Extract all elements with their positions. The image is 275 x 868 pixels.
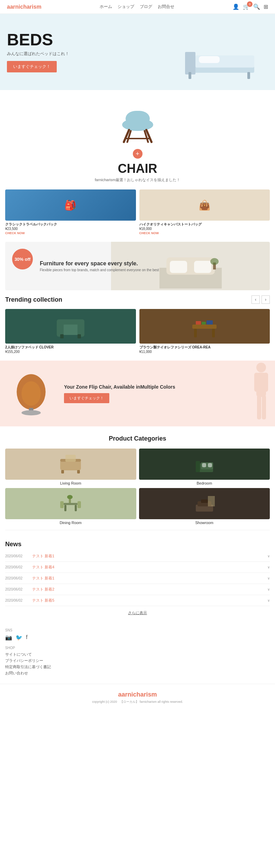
shop-link-3[interactable]: 特定商取引法に基づく書記	[5, 664, 270, 670]
main-nav: ホーム ショップ ブログ お問合せ	[100, 4, 174, 10]
shop-link-2[interactable]: プライバシーポリシー	[5, 658, 270, 663]
svg-rect-51	[64, 503, 77, 505]
chair-title: CHAIR	[0, 161, 275, 176]
svg-rect-47	[196, 461, 200, 472]
svg-point-34	[21, 410, 41, 415]
cart-wrapper: 🛒 0	[243, 3, 250, 10]
nav-shop[interactable]: ショップ	[118, 4, 134, 10]
news-date-1: 2020/06/02	[5, 554, 29, 558]
news-arrow-4[interactable]: ∨	[267, 587, 270, 591]
news-arrow-2[interactable]: ∨	[267, 565, 270, 569]
svg-point-57	[67, 495, 73, 499]
news-date-3: 2020/06/02	[5, 576, 29, 580]
more-news-link[interactable]: さらに表示	[5, 610, 270, 615]
trending-price-2: ¥11,000	[139, 350, 270, 354]
table-svg	[189, 314, 220, 338]
instagram-icon[interactable]: 📷	[5, 634, 12, 641]
news-link-2[interactable]: テスト 新着4	[32, 565, 267, 570]
category-dining-room[interactable]: Dining Room	[5, 488, 136, 525]
news-arrow-1[interactable]: ∨	[267, 554, 270, 558]
svg-rect-26	[194, 329, 197, 337]
svg-rect-4	[189, 72, 191, 79]
svg-rect-27	[212, 329, 215, 337]
nav-blog[interactable]: ブログ	[140, 4, 152, 10]
svg-rect-25	[192, 325, 217, 329]
nav-contact[interactable]: お問合せ	[158, 4, 174, 10]
trending-section: Trending collection ‹ › 2人掛けソファベッド CLOVE…	[0, 294, 275, 357]
showroom-svg	[192, 494, 217, 513]
news-link-4[interactable]: テスト 新着2	[32, 587, 267, 592]
category-label-bedroom: Bedroom	[139, 481, 270, 485]
category-label-showroom: Showroom	[139, 521, 270, 525]
trending-name-1: 2人掛けソファベッド CLOVER	[5, 345, 136, 350]
svg-rect-7	[126, 111, 150, 126]
promo-section: Your Zone Flip Chair, Available inMultip…	[0, 361, 275, 426]
product-image-2: 👜	[139, 189, 270, 221]
footer: aarnicharism copyright (c) 2020 【ローカル】 f…	[0, 684, 275, 711]
category-living-room[interactable]: Living Room	[5, 449, 136, 485]
svg-point-18	[210, 258, 219, 265]
promo-silhouette	[247, 361, 275, 426]
svg-rect-38	[263, 373, 268, 392]
categories-title: Product Categories	[0, 430, 275, 445]
news-date-2: 2020/06/02	[5, 565, 29, 569]
product-price-2: ¥18,000	[139, 227, 270, 231]
svg-point-35	[256, 363, 266, 372]
category-showroom[interactable]: Showroom	[139, 488, 270, 525]
bedroom-svg	[192, 455, 217, 474]
chair-desc: farnicharism厳選！おしゃれなイスを揃えました！	[0, 177, 275, 183]
trending-items: 2人掛けソファベッド CLOVER ¥155,200 ブラウン製テイオレファシリ…	[0, 305, 275, 357]
news-link-3[interactable]: テスト 新着1	[32, 576, 267, 581]
product-check-2[interactable]: CHECK NOW	[139, 231, 270, 235]
category-image-showroom	[139, 488, 270, 519]
news-link-5[interactable]: テスト 新着5	[32, 598, 267, 603]
hero-cta-button[interactable]: いますぐチェック！	[7, 61, 57, 72]
prev-arrow[interactable]: ‹	[251, 295, 260, 304]
news-arrow-5[interactable]: ∨	[267, 599, 270, 602]
sns-icons: 📷 🐦 f	[5, 634, 270, 641]
sns-section: SNS 📷 🐦 f	[0, 623, 275, 643]
dining-room-svg	[58, 494, 83, 513]
news-item-2: 2020/06/02 テスト 新着4 ∨	[5, 562, 270, 573]
nav-arrows: ‹ ›	[251, 295, 270, 304]
category-label-dining: Dining Room	[5, 521, 136, 525]
trending-price-1: ¥155,200	[5, 350, 136, 354]
product-card-2: 👜 ハイクオリティキャンバストートバッグ ¥18,000 CHECK NOW	[139, 189, 270, 235]
header-icons: 👤 🛒 0 🔍 ⊞	[232, 3, 268, 10]
categories-grid: Living Room Bedroom	[0, 445, 275, 528]
svg-rect-1	[185, 52, 195, 74]
search-icon[interactable]: 🔍	[253, 3, 260, 10]
svg-rect-5	[247, 72, 250, 79]
footer-logo-accent: a	[118, 691, 121, 698]
plus-icon: +	[133, 149, 143, 159]
trending-image-2	[139, 309, 270, 344]
sale-title: Furniture for every space every style.	[40, 260, 159, 267]
shop-link-1[interactable]: サイトについて	[5, 652, 270, 657]
next-arrow[interactable]: ›	[262, 295, 270, 304]
facebook-icon[interactable]: f	[26, 634, 27, 641]
shop-link-4[interactable]: お問い合わせ	[5, 671, 270, 676]
trending-item-1: 2人掛けソファベッド CLOVER ¥155,200	[5, 309, 136, 354]
twitter-icon[interactable]: 🐦	[16, 634, 22, 641]
product-card-1: 🎒 クラシックトラベルバックパック ¥23,500 CHECK NOW	[5, 189, 136, 235]
user-icon[interactable]: 👤	[232, 3, 239, 10]
category-bedroom[interactable]: Bedroom	[139, 449, 270, 485]
promo-cta-button[interactable]: いますぐチェック！	[64, 393, 109, 403]
hero-image	[171, 24, 268, 80]
product-price-1: ¥23,500	[5, 227, 136, 231]
product-check-1[interactable]: CHECK NOW	[5, 231, 136, 235]
svg-rect-61	[201, 499, 208, 503]
chair-illustration	[115, 99, 160, 144]
menu-icon[interactable]: ⊞	[264, 3, 268, 10]
svg-rect-30	[207, 320, 213, 325]
egg-chair-svg	[10, 371, 52, 416]
trending-name-2: ブラウン製テイオレファシリーズ OREA-REA	[139, 345, 270, 350]
category-image-living	[5, 449, 136, 480]
category-label-living: Living Room	[5, 481, 136, 485]
trending-title: Trending collection	[5, 296, 62, 303]
nav-home[interactable]: ホーム	[100, 4, 112, 10]
news-link-1[interactable]: テスト 新着1	[32, 553, 267, 559]
trending-item-2: ブラウン製テイオレファシリーズ OREA-REA ¥11,000	[139, 309, 270, 354]
news-arrow-3[interactable]: ∨	[267, 576, 270, 580]
sale-subtitle: Flexible pieces from top brands, match a…	[40, 268, 159, 272]
